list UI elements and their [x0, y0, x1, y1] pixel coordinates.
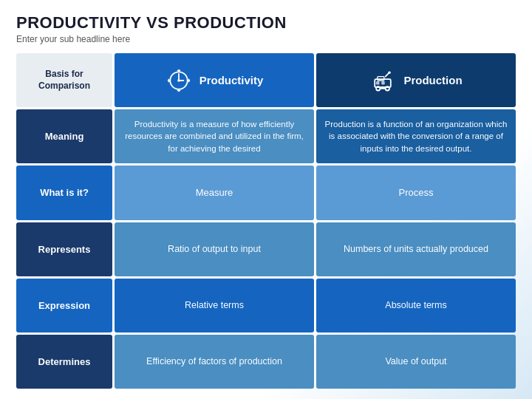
basis-header: Basis for Comparison — [16, 53, 112, 107]
main-title: PRODUCTIVITY VS PRODUCTION — [16, 13, 516, 33]
svg-rect-12 — [382, 81, 386, 84]
meaning-production: Production is a function of an organizat… — [316, 109, 516, 163]
svg-rect-11 — [376, 81, 380, 84]
meaning-row: Meaning Productivity is a measure of how… — [16, 109, 516, 163]
represents-row: Represents Ratio of output to input Numb… — [16, 222, 516, 276]
productivity-header-label: Productivity — [200, 74, 264, 86]
expression-row: Expression Relative terms Absolute terms — [16, 279, 516, 332]
header-row: Basis for Comparison Productivity — [16, 53, 516, 107]
svg-point-3 — [177, 79, 180, 82]
whatisit-production: Process — [316, 166, 516, 219]
comparison-table: Basis for Comparison Productivity — [16, 53, 516, 389]
productivity-header: Productivity — [115, 53, 314, 107]
svg-point-7 — [386, 86, 389, 90]
production-icon — [369, 67, 396, 94]
slide: PRODUCTIVITY VS PRODUCTION Enter your su… — [0, 0, 532, 399]
represents-production: Numbers of units actually produced — [316, 222, 516, 276]
whatisit-productivity: Measure — [115, 166, 314, 219]
represents-productivity: Ratio of output to input — [115, 222, 314, 276]
meaning-productivity: Productivity is a measure of how efficie… — [115, 109, 314, 163]
production-header-label: Production — [403, 74, 462, 86]
determines-row: Determines Efficiency of factors of prod… — [16, 335, 516, 389]
productivity-icon — [166, 67, 192, 94]
production-header: Production — [316, 53, 516, 107]
subtitle: Enter your sub headline here — [16, 34, 516, 44]
determines-label: Determines — [16, 335, 112, 389]
represents-label: Represents — [16, 222, 112, 276]
whatisit-label: What is it? — [16, 166, 112, 219]
determines-productivity: Efficiency of factors of production — [115, 335, 314, 389]
expression-label: Expression — [16, 279, 112, 332]
expression-production: Absolute terms — [316, 279, 516, 332]
whatisit-row: What is it? Measure Process — [16, 166, 516, 219]
svg-point-6 — [376, 86, 380, 90]
svg-point-10 — [389, 71, 392, 74]
expression-productivity: Relative terms — [115, 279, 314, 332]
meaning-label: Meaning — [16, 109, 112, 163]
determines-production: Value of output — [316, 335, 516, 389]
